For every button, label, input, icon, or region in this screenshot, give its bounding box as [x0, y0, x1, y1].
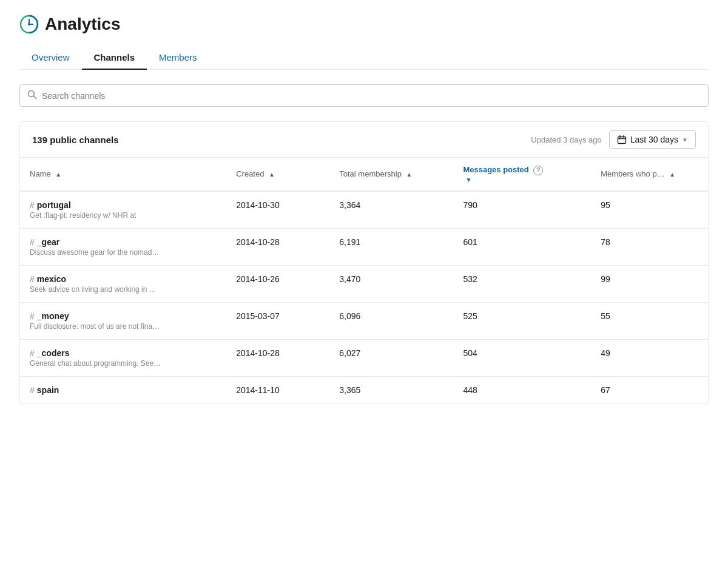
cell-membership-4: 6,027	[329, 339, 453, 376]
hash-symbol: #	[30, 274, 35, 284]
table-header-bar: 139 public channels Updated 3 days ago L…	[20, 122, 708, 158]
table-row: #_gear Discuss awesome gear for the noma…	[20, 228, 708, 265]
sort-arrow-messages: ▼	[465, 177, 581, 183]
col-header-members-posted[interactable]: Members who p… ▲	[591, 158, 708, 191]
hash-symbol: #	[30, 200, 35, 210]
cell-created-3: 2015-03-07	[226, 302, 329, 339]
tab-overview[interactable]: Overview	[19, 46, 82, 70]
table-meta: Updated 3 days ago Last 30 days ▼	[531, 130, 696, 149]
svg-point-4	[28, 23, 30, 25]
cell-created-1: 2014-10-28	[226, 228, 329, 265]
table-header-row: Name ▲ Created ▲ Total membership ▲ Me	[20, 158, 708, 191]
cell-name-2: #mexico Seek advice on living and workin…	[20, 265, 226, 302]
cell-messages-0: 790	[453, 191, 591, 229]
cell-members-posted-1: 78	[591, 228, 708, 265]
channel-desc-1: Discuss awesome gear for the nomad…	[30, 248, 217, 257]
header: Analytics Overview Channels Members	[0, 0, 728, 70]
channel-desc-2: Seek advice on living and working in …	[30, 285, 217, 294]
table-row: #spain 2014-11-10 3,365 448 67	[20, 376, 708, 403]
cell-membership-0: 3,364	[329, 191, 453, 229]
cell-membership-5: 3,365	[329, 376, 453, 403]
cell-created-0: 2014-10-30	[226, 191, 329, 229]
channel-count: 139 public channels	[32, 135, 119, 145]
main-content: 139 public channels Updated 3 days ago L…	[0, 70, 728, 419]
updated-text: Updated 3 days ago	[531, 135, 601, 144]
hash-symbol: #	[30, 385, 35, 395]
messages-help-icon[interactable]: ?	[533, 166, 543, 175]
page-title: Analytics	[45, 15, 121, 34]
cell-messages-3: 525	[453, 302, 591, 339]
cell-name-4: #_coders General chat about programming.…	[20, 339, 226, 376]
cell-name-5: #spain	[20, 376, 226, 403]
table-body: #portugal Get :flag-pt: residency w/ NHR…	[20, 191, 708, 403]
hash-symbol: #	[30, 348, 35, 358]
date-filter-button[interactable]: Last 30 days ▼	[609, 130, 696, 149]
title-row: Analytics	[19, 15, 709, 34]
sort-arrow-created: ▲	[269, 171, 275, 178]
cell-members-posted-5: 67	[591, 376, 708, 403]
channels-table-container: 139 public channels Updated 3 days ago L…	[19, 121, 709, 404]
tab-channels[interactable]: Channels	[82, 46, 147, 70]
date-filter-label: Last 30 days	[630, 135, 678, 144]
calendar-icon	[617, 135, 627, 144]
page-wrapper: Analytics Overview Channels Members 139 …	[0, 0, 728, 583]
col-header-messages[interactable]: Messages posted ? ▼	[453, 158, 591, 191]
tabs-nav: Overview Channels Members	[19, 46, 709, 70]
table-row: #_money Full disclosure: most of us are …	[20, 302, 708, 339]
chevron-down-icon: ▼	[682, 136, 688, 143]
cell-name-3: #_money Full disclosure: most of us are …	[20, 302, 226, 339]
sort-arrow-members-posted: ▲	[669, 171, 675, 178]
cell-created-5: 2014-11-10	[226, 376, 329, 403]
search-icon	[27, 90, 37, 101]
col-header-created[interactable]: Created ▲	[226, 158, 329, 191]
cell-membership-2: 3,470	[329, 265, 453, 302]
cell-messages-5: 448	[453, 376, 591, 403]
col-header-name[interactable]: Name ▲	[20, 158, 226, 191]
cell-name-0: #portugal Get :flag-pt: residency w/ NHR…	[20, 191, 226, 229]
channels-table: Name ▲ Created ▲ Total membership ▲ Me	[20, 158, 708, 403]
cell-messages-2: 532	[453, 265, 591, 302]
svg-rect-7	[618, 137, 625, 144]
cell-created-2: 2014-10-26	[226, 265, 329, 302]
analytics-icon	[19, 15, 39, 34]
sort-arrow-membership: ▲	[406, 171, 413, 178]
col-header-membership[interactable]: Total membership ▲	[329, 158, 453, 191]
cell-members-posted-4: 49	[591, 339, 708, 376]
cell-membership-1: 6,191	[329, 228, 453, 265]
cell-messages-4: 504	[453, 339, 591, 376]
table-row: #mexico Seek advice on living and workin…	[20, 265, 708, 302]
channel-desc-4: General chat about programming. See…	[30, 359, 217, 368]
svg-line-6	[34, 96, 36, 99]
cell-members-posted-2: 99	[591, 265, 708, 302]
hash-symbol: #	[30, 237, 35, 247]
channel-desc-3: Full disclosure: most of us are not fina…	[30, 322, 217, 331]
hash-symbol: #	[30, 311, 35, 321]
cell-members-posted-3: 55	[591, 302, 708, 339]
channel-desc-0: Get :flag-pt: residency w/ NHR at	[30, 211, 217, 220]
table-row: #_coders General chat about programming.…	[20, 339, 708, 376]
cell-created-4: 2014-10-28	[226, 339, 329, 376]
cell-name-1: #_gear Discuss awesome gear for the noma…	[20, 228, 226, 265]
search-box[interactable]	[19, 84, 709, 107]
cell-messages-1: 601	[453, 228, 591, 265]
cell-members-posted-0: 95	[591, 191, 708, 229]
table-row: #portugal Get :flag-pt: residency w/ NHR…	[20, 191, 708, 229]
cell-membership-3: 6,096	[329, 302, 453, 339]
sort-arrow-name: ▲	[55, 171, 61, 178]
tab-members[interactable]: Members	[147, 46, 209, 70]
search-input[interactable]	[42, 91, 701, 101]
